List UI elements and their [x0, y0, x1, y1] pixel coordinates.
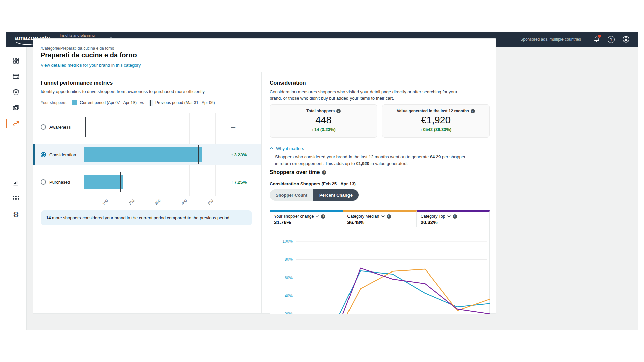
legend-vs: vs	[140, 100, 144, 105]
metric-delta: ↑14 (3.23%)	[270, 127, 377, 132]
legend-previous-period: Previous period (Mar 31 - Apr 06)	[155, 100, 215, 105]
info-icon[interactable]: i	[336, 109, 341, 113]
funnel-row-label: Consideration	[49, 152, 76, 157]
chevron-up-icon	[270, 147, 273, 150]
chart-mode-toggle: Shopper Count Percent Change	[270, 189, 359, 201]
up-arrow-icon: ↑	[420, 127, 423, 132]
radio-awareness[interactable]	[41, 124, 46, 130]
radio-purchased[interactable]	[41, 179, 46, 185]
tab-label: Your shopper change	[274, 214, 314, 219]
funnel-row-label: Awareness	[49, 125, 71, 130]
funnel-row-consideration[interactable]: Consideration ↑3.23%	[33, 141, 261, 168]
tab-value: 36.48%	[347, 219, 412, 225]
tab-label: Category Top	[421, 214, 445, 219]
up-arrow-icon: ↑	[311, 127, 314, 132]
why-it-matters-toggle[interactable]: Why it matters	[270, 146, 304, 151]
radio-consideration[interactable]	[41, 152, 46, 157]
sidebar-item-creatives[interactable]	[11, 103, 21, 113]
info-icon[interactable]: i	[453, 214, 457, 219]
svg-text:40%: 40%	[285, 294, 293, 298]
info-icon[interactable]: i	[321, 214, 325, 219]
page-title: Preparati da cucina e da forno	[41, 51, 137, 59]
notifications-bell-icon[interactable]	[593, 36, 600, 43]
help-icon[interactable]: ?	[608, 36, 615, 43]
sidebar-item-dashboard[interactable]	[11, 56, 21, 65]
sidebar-item-all-apps[interactable]	[11, 194, 21, 203]
svg-text:60%: 60%	[285, 276, 293, 280]
sidebar-item-settings[interactable]: ⚙	[11, 210, 21, 219]
apps-grid-icon	[13, 195, 19, 202]
nav-section-label[interactable]: Insights and planning	[60, 33, 105, 37]
creative-assets-icon	[13, 105, 19, 111]
app-window: amazon ads Insights and planning Brand m…	[6, 32, 638, 330]
funnel-bar-current	[84, 147, 202, 162]
account-icon[interactable]	[622, 36, 630, 43]
tab-category-top[interactable]: Category Top i 20.32%	[417, 210, 490, 227]
gear-icon: ⚙	[13, 211, 19, 218]
svg-text:100%: 100%	[282, 239, 293, 244]
credit-card-icon	[13, 73, 19, 80]
metric-label: Value generated in the last 12 months	[397, 109, 469, 113]
percent-change-toggle[interactable]: Percent Change	[313, 189, 359, 201]
tab-category-median[interactable]: Category Median i 36.48%	[343, 210, 416, 227]
shopper-count-toggle[interactable]: Shopper Count	[270, 189, 313, 201]
metric-value: 448	[270, 115, 377, 126]
funnel-row-label: Purchased	[49, 180, 70, 185]
sidebar-item-brand-protection[interactable]	[11, 87, 21, 97]
why-it-matters-link[interactable]: Why it matters	[276, 146, 304, 151]
chevron-down-icon[interactable]	[381, 215, 385, 217]
current-period-swatch	[72, 100, 77, 105]
consideration-description: Consideration measures shoppers who visi…	[270, 89, 463, 102]
metric-delta: ↑€542 (39.33%)	[382, 127, 489, 132]
funnel-legend: Your shoppers: Current period (Apr 07 - …	[41, 100, 215, 106]
sidebar-item-insights[interactable]	[11, 119, 21, 128]
funnel-subtitle: Identify opportunities to drive shoppers…	[41, 89, 206, 94]
main-card: /Categorie/Preparati da cucina e da forn…	[33, 38, 496, 314]
view-detailed-metrics-link[interactable]: View detailed metrics for your brand in …	[41, 63, 141, 68]
total-shoppers-card: Total shoppersi 448 ↑14 (3.23%)	[270, 104, 377, 138]
topbar-right-cluster: Sponsored ads, multiple countries ?	[520, 32, 630, 47]
tab-label: Category Median	[347, 214, 379, 219]
previous-period-marker	[198, 145, 199, 164]
funnel-change-value: ↑3.23%	[231, 152, 247, 157]
legend-label: Your shoppers:	[41, 100, 67, 105]
series-line-category-median	[296, 269, 490, 314]
funnel-chart: Awareness ↑— Consideration ↑3.23%	[33, 113, 261, 196]
up-arrow-icon: ↑	[231, 180, 233, 185]
shield-heart-icon	[13, 89, 19, 96]
chevron-down-icon[interactable]	[316, 215, 319, 217]
info-icon[interactable]: i	[322, 170, 326, 175]
funnel-insight-box: 14 more shoppers considered your brand i…	[41, 210, 252, 225]
sidebar-item-measurement[interactable]	[11, 178, 21, 187]
trend-up-icon	[12, 120, 20, 127]
info-icon[interactable]: i	[471, 109, 475, 113]
account-scope-label[interactable]: Sponsored ads, multiple countries	[520, 37, 581, 42]
shoppers-line-chart: 100%80%60%40%20%	[270, 227, 490, 314]
consideration-panel: Consideration Consideration measures sho…	[262, 72, 496, 313]
funnel-insight-text: 14 more shoppers considered your brand i…	[46, 215, 231, 220]
sidebar-group-divider	[16, 136, 16, 170]
info-icon[interactable]: i	[387, 214, 391, 219]
metric-label: Total shoppers	[306, 109, 335, 113]
line-chart-svg: 100%80%60%40%20%	[270, 227, 490, 314]
active-item-indicator	[6, 119, 7, 128]
chevron-down-icon[interactable]	[447, 215, 451, 217]
funnel-change-value: ↑7.25%	[231, 180, 247, 185]
up-arrow-icon: ↑	[231, 152, 233, 157]
legend-current-period: Current period (Apr 07 - Apr 13)	[80, 100, 137, 105]
tab-your-shopper-change[interactable]: Your shopper change i 31.76%	[270, 210, 343, 227]
series-line-category-top	[296, 268, 490, 314]
funnel-row-purchased[interactable]: Purchased ↑7.25%	[33, 168, 261, 196]
funnel-row-awareness[interactable]: Awareness ↑—	[33, 113, 261, 141]
tab-value: 31.76%	[274, 219, 339, 225]
chart-legend-tabs: Your shopper change i 31.76% Category Me…	[270, 210, 490, 227]
sidebar-item-campaigns[interactable]	[11, 72, 21, 81]
help-glyph: ?	[610, 37, 612, 42]
funnel-axis-line	[84, 196, 234, 196]
metric-value: €1,920	[382, 115, 489, 126]
why-it-matters-text: Shoppers who considered your brand in th…	[275, 154, 466, 167]
funnel-bar-current	[84, 175, 123, 189]
dashboard-icon	[13, 57, 19, 64]
chart-subtitle: Consideration Shoppers (Feb 25 - Apr 13)	[270, 181, 356, 186]
svg-text:20%: 20%	[285, 312, 293, 314]
